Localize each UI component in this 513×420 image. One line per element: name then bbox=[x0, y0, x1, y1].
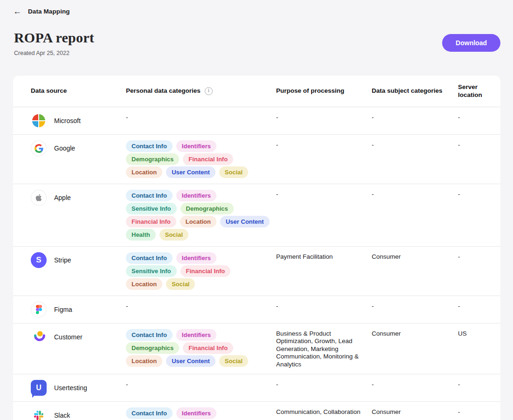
data-source-cell: Slack bbox=[31, 407, 126, 420]
data-source-cell: Apple bbox=[31, 190, 126, 206]
data-subject-categories-cell: - bbox=[372, 190, 458, 241]
personal-data-categories-cell: Contact InfoIdentifiersDemographicsFinan… bbox=[126, 329, 276, 368]
category-chip: Social bbox=[159, 229, 188, 241]
source-name: Usertesting bbox=[54, 384, 87, 392]
source-name: Microsoft bbox=[54, 117, 81, 124]
data-subject-categories-cell: - bbox=[372, 380, 458, 396]
category-chip: User Content bbox=[166, 355, 215, 367]
purpose-of-processing-cell: - bbox=[276, 380, 372, 396]
category-chip: Location bbox=[126, 278, 162, 290]
purpose-of-processing-cell: Business & Product Optimization, Growth,… bbox=[276, 329, 372, 368]
category-chip: Identifiers bbox=[176, 252, 216, 264]
category-chip: Sensitive Info bbox=[126, 265, 177, 277]
category-chip: Financial Info bbox=[183, 342, 233, 354]
table-header-row: Data source Personal data categories i P… bbox=[13, 76, 500, 107]
data-subject-categories-cell: - bbox=[372, 113, 458, 129]
category-chip: Social bbox=[219, 355, 248, 367]
stripe-logo-icon: S bbox=[31, 252, 47, 268]
customer-logo-icon bbox=[31, 329, 47, 345]
topbar: ← Data Mapping bbox=[0, 0, 513, 16]
figma-logo-icon bbox=[31, 302, 47, 317]
microsoft-logo-icon bbox=[31, 113, 47, 129]
data-subject-categories-cell: Consumer bbox=[372, 329, 458, 368]
google-logo-icon bbox=[31, 140, 47, 156]
download-button[interactable]: Download bbox=[442, 34, 500, 52]
category-chip: Social bbox=[166, 278, 195, 290]
category-chip: Demographics bbox=[180, 203, 234, 214]
server-location-cell: - bbox=[458, 407, 491, 420]
category-chip: Financial Info bbox=[180, 265, 231, 277]
server-location-cell: US bbox=[458, 329, 491, 368]
source-name: Google bbox=[54, 145, 75, 152]
data-source-cell: S Stripe bbox=[31, 252, 126, 268]
source-name: Slack bbox=[54, 412, 70, 419]
table-row: Slack Contact InfoIdentifiersDemographic… bbox=[13, 402, 500, 420]
category-chip: Social bbox=[219, 166, 248, 178]
data-source-cell: Google bbox=[31, 140, 126, 156]
table-body: Microsoft - - - - Google Contact InfoIde… bbox=[13, 107, 500, 420]
category-chip: Contact Info bbox=[126, 329, 173, 341]
purpose-of-processing-cell: - bbox=[276, 140, 372, 178]
category-chip: Location bbox=[126, 355, 162, 367]
data-subject-categories-cell: Consumer bbox=[372, 407, 458, 420]
column-header-personal-data-categories: Personal data categories i bbox=[126, 87, 276, 95]
category-chip: Contact Info bbox=[126, 190, 173, 201]
source-name: Apple bbox=[54, 194, 71, 201]
table-row: Figma - - - - bbox=[13, 296, 500, 324]
data-subject-categories-cell: - bbox=[372, 302, 458, 317]
server-location-cell: - bbox=[458, 140, 491, 178]
data-subject-categories-cell: - bbox=[372, 140, 458, 178]
personal-data-categories-cell: Contact InfoIdentifiersSensitive InfoDem… bbox=[126, 190, 276, 241]
server-location-cell: - bbox=[458, 380, 491, 396]
breadcrumb[interactable]: Data Mapping bbox=[28, 8, 70, 15]
category-chip: Demographics bbox=[126, 153, 179, 165]
table-row: Customer Contact InfoIdentifiersDemograp… bbox=[13, 324, 500, 374]
table-row: U Usertesting - - - - bbox=[13, 374, 500, 402]
data-subject-categories-cell: Consumer bbox=[372, 252, 458, 290]
source-name: Figma bbox=[54, 306, 72, 313]
column-header-purpose: Purpose of processing bbox=[276, 87, 372, 95]
category-chip: Financial Info bbox=[183, 153, 233, 165]
back-arrow-icon[interactable]: ← bbox=[13, 7, 21, 16]
server-location-cell: - bbox=[458, 190, 491, 241]
category-chip: Identifiers bbox=[176, 329, 216, 341]
created-date: Created Apr 25, 2022 bbox=[14, 50, 94, 56]
category-chip: Demographics bbox=[126, 342, 179, 354]
category-chip: User Content bbox=[220, 216, 270, 227]
personal-data-categories-cell: - bbox=[126, 302, 276, 317]
purpose-of-processing-cell: Communication, Collaboration bbox=[276, 407, 372, 420]
personal-data-categories-cell: Contact InfoIdentifiersDemographicsFinan… bbox=[126, 407, 276, 420]
usertesting-logo-icon: U bbox=[31, 380, 47, 396]
category-chip: User Content bbox=[166, 166, 215, 178]
purpose-of-processing-cell: Payment Facilitation bbox=[276, 252, 372, 290]
purpose-of-processing-cell: - bbox=[276, 302, 372, 317]
category-chip: Health bbox=[126, 229, 156, 241]
purpose-of-processing-cell: - bbox=[276, 113, 372, 129]
data-source-cell: Customer bbox=[31, 329, 126, 345]
column-header-data-subject: Data subject categories bbox=[372, 87, 458, 95]
personal-data-categories-cell: Contact InfoIdentifiersSensitive InfoFin… bbox=[126, 252, 276, 290]
category-chip: Identifiers bbox=[176, 407, 216, 419]
source-name: Stripe bbox=[54, 256, 71, 264]
server-location-cell: - bbox=[458, 252, 491, 290]
server-location-cell: - bbox=[458, 302, 491, 317]
page-title: ROPA report bbox=[14, 30, 94, 46]
category-chip: Location bbox=[180, 216, 216, 227]
category-chip: Identifiers bbox=[176, 190, 216, 201]
personal-data-categories-cell: - bbox=[126, 113, 276, 129]
column-header-server-location: Server location bbox=[458, 83, 491, 99]
info-icon[interactable]: i bbox=[205, 87, 213, 95]
slack-logo-icon bbox=[31, 407, 47, 420]
column-header-data-source: Data source bbox=[31, 87, 126, 95]
category-chip: Location bbox=[126, 166, 162, 178]
column-header-label: Personal data categories bbox=[126, 87, 201, 95]
category-chip: Identifiers bbox=[176, 140, 216, 152]
personal-data-categories-cell: - bbox=[126, 380, 276, 396]
table-row: Google Contact InfoIdentifiersDemographi… bbox=[13, 135, 500, 184]
category-chip: Contact Info bbox=[126, 140, 173, 152]
data-source-cell: Figma bbox=[31, 302, 126, 317]
data-source-cell: U Usertesting bbox=[31, 380, 126, 396]
page-header: ROPA report Created Apr 25, 2022 Downloa… bbox=[0, 16, 513, 56]
category-chip: Sensitive Info bbox=[126, 203, 177, 214]
ropa-table-card: Data source Personal data categories i P… bbox=[13, 76, 500, 420]
